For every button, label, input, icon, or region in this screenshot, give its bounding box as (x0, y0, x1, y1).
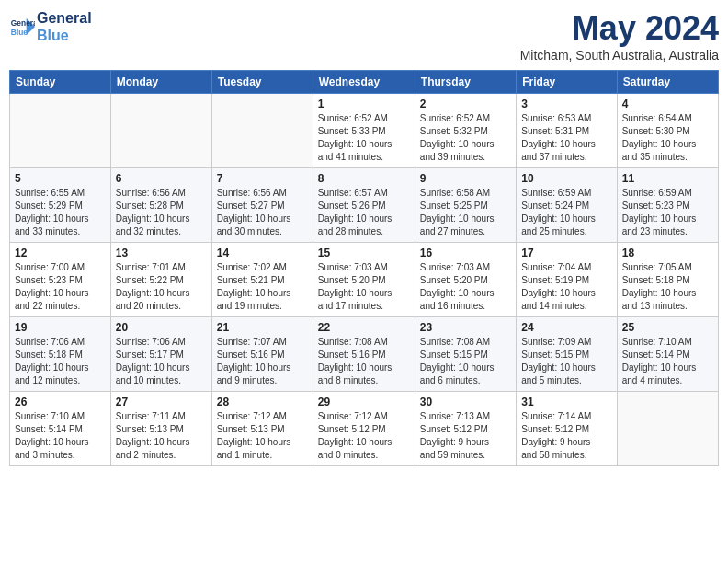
day-number: 17 (521, 247, 611, 259)
day-number: 28 (217, 396, 308, 408)
calendar-week-1: 1Sunrise: 6:52 AM Sunset: 5:33 PM Daylig… (10, 94, 719, 168)
day-info: Sunrise: 7:00 AM Sunset: 5:23 PM Dayligh… (15, 261, 106, 313)
day-info: Sunrise: 7:12 AM Sunset: 5:12 PM Dayligh… (318, 410, 410, 462)
calendar-cell: 17Sunrise: 7:04 AM Sunset: 5:19 PM Dayli… (517, 243, 617, 317)
day-number: 10 (521, 172, 611, 185)
day-number: 19 (15, 321, 106, 334)
day-number: 12 (15, 247, 106, 259)
calendar-cell: 2Sunrise: 6:52 AM Sunset: 5:32 PM Daylig… (415, 94, 516, 168)
page-header: General Blue General Blue May 2024 Mitch… (9, 9, 719, 63)
calendar-cell: 1Sunrise: 6:52 AM Sunset: 5:33 PM Daylig… (313, 94, 415, 168)
day-number: 25 (622, 321, 713, 334)
day-info: Sunrise: 7:13 AM Sunset: 5:12 PM Dayligh… (420, 410, 511, 462)
day-number: 13 (116, 247, 207, 259)
day-info: Sunrise: 7:04 AM Sunset: 5:19 PM Dayligh… (521, 261, 611, 313)
calendar-table: SundayMondayTuesdayWednesdayThursdayFrid… (9, 70, 719, 466)
day-info: Sunrise: 6:57 AM Sunset: 5:26 PM Dayligh… (318, 187, 410, 238)
logo-icon: General Blue (9, 14, 35, 40)
day-info: Sunrise: 6:56 AM Sunset: 5:27 PM Dayligh… (217, 187, 308, 238)
calendar-cell: 25Sunrise: 7:10 AM Sunset: 5:14 PM Dayli… (617, 317, 718, 392)
location: Mitcham, South Australia, Australia (520, 48, 719, 63)
calendar-week-3: 12Sunrise: 7:00 AM Sunset: 5:23 PM Dayli… (10, 243, 719, 317)
calendar-cell: 18Sunrise: 7:05 AM Sunset: 5:18 PM Dayli… (617, 243, 718, 317)
day-info: Sunrise: 6:53 AM Sunset: 5:31 PM Dayligh… (521, 112, 611, 164)
logo: General Blue General Blue (9, 9, 92, 44)
day-number: 7 (217, 172, 308, 185)
calendar-cell: 14Sunrise: 7:02 AM Sunset: 5:21 PM Dayli… (211, 243, 313, 317)
calendar-cell: 30Sunrise: 7:13 AM Sunset: 5:12 PM Dayli… (415, 392, 516, 466)
day-info: Sunrise: 7:03 AM Sunset: 5:20 PM Dayligh… (420, 261, 511, 313)
day-number: 9 (420, 172, 511, 185)
column-header-sunday: Sunday (10, 71, 111, 94)
day-number: 4 (622, 98, 713, 110)
calendar-cell: 26Sunrise: 7:10 AM Sunset: 5:14 PM Dayli… (10, 392, 111, 466)
day-info: Sunrise: 7:12 AM Sunset: 5:13 PM Dayligh… (217, 410, 308, 462)
calendar-cell: 20Sunrise: 7:06 AM Sunset: 5:17 PM Dayli… (110, 317, 211, 392)
calendar-cell: 3Sunrise: 6:53 AM Sunset: 5:31 PM Daylig… (517, 94, 617, 168)
calendar-cell: 23Sunrise: 7:08 AM Sunset: 5:15 PM Dayli… (415, 317, 516, 392)
calendar-header-row: SundayMondayTuesdayWednesdayThursdayFrid… (10, 71, 719, 94)
calendar-cell: 4Sunrise: 6:54 AM Sunset: 5:30 PM Daylig… (617, 94, 718, 168)
day-number: 15 (318, 247, 410, 259)
day-info: Sunrise: 7:03 AM Sunset: 5:20 PM Dayligh… (318, 261, 410, 313)
calendar-cell: 10Sunrise: 6:59 AM Sunset: 5:24 PM Dayli… (517, 168, 617, 243)
day-info: Sunrise: 7:05 AM Sunset: 5:18 PM Dayligh… (622, 261, 713, 313)
calendar-cell: 15Sunrise: 7:03 AM Sunset: 5:20 PM Dayli… (313, 243, 415, 317)
column-header-monday: Monday (110, 71, 211, 94)
day-info: Sunrise: 7:07 AM Sunset: 5:16 PM Dayligh… (217, 336, 308, 387)
calendar-cell: 22Sunrise: 7:08 AM Sunset: 5:16 PM Dayli… (313, 317, 415, 392)
calendar-cell: 31Sunrise: 7:14 AM Sunset: 5:12 PM Dayli… (517, 392, 617, 466)
day-number: 18 (622, 247, 713, 259)
calendar-cell (211, 94, 313, 168)
title-block: May 2024 Mitcham, South Australia, Austr… (520, 9, 719, 63)
calendar-body: 1Sunrise: 6:52 AM Sunset: 5:33 PM Daylig… (10, 94, 719, 466)
day-number: 31 (521, 396, 611, 408)
day-info: Sunrise: 6:58 AM Sunset: 5:25 PM Dayligh… (420, 187, 511, 238)
day-number: 20 (116, 321, 207, 334)
day-info: Sunrise: 7:09 AM Sunset: 5:15 PM Dayligh… (521, 336, 611, 387)
day-info: Sunrise: 7:01 AM Sunset: 5:22 PM Dayligh… (116, 261, 207, 313)
calendar-cell: 21Sunrise: 7:07 AM Sunset: 5:16 PM Dayli… (211, 317, 313, 392)
day-info: Sunrise: 7:08 AM Sunset: 5:15 PM Dayligh… (420, 336, 511, 387)
day-number: 3 (521, 98, 611, 110)
calendar-cell: 12Sunrise: 7:00 AM Sunset: 5:23 PM Dayli… (10, 243, 111, 317)
day-info: Sunrise: 7:10 AM Sunset: 5:14 PM Dayligh… (15, 410, 106, 462)
calendar-cell: 8Sunrise: 6:57 AM Sunset: 5:26 PM Daylig… (313, 168, 415, 243)
svg-text:Blue: Blue (11, 29, 28, 38)
month-title: May 2024 (520, 9, 719, 48)
column-header-wednesday: Wednesday (313, 71, 415, 94)
calendar-cell (10, 94, 111, 168)
day-info: Sunrise: 6:55 AM Sunset: 5:29 PM Dayligh… (15, 187, 106, 238)
calendar-cell: 29Sunrise: 7:12 AM Sunset: 5:12 PM Dayli… (313, 392, 415, 466)
calendar-cell: 24Sunrise: 7:09 AM Sunset: 5:15 PM Dayli… (517, 317, 617, 392)
calendar-week-2: 5Sunrise: 6:55 AM Sunset: 5:29 PM Daylig… (10, 168, 719, 243)
calendar-cell: 28Sunrise: 7:12 AM Sunset: 5:13 PM Dayli… (211, 392, 313, 466)
calendar-cell: 5Sunrise: 6:55 AM Sunset: 5:29 PM Daylig… (10, 168, 111, 243)
day-number: 16 (420, 247, 511, 259)
day-number: 5 (15, 172, 106, 185)
day-number: 22 (318, 321, 410, 334)
svg-text:General: General (11, 18, 35, 28)
calendar-cell: 27Sunrise: 7:11 AM Sunset: 5:13 PM Dayli… (110, 392, 211, 466)
day-number: 24 (521, 321, 611, 334)
day-info: Sunrise: 6:59 AM Sunset: 5:23 PM Dayligh… (622, 187, 713, 238)
calendar-week-4: 19Sunrise: 7:06 AM Sunset: 5:18 PM Dayli… (10, 317, 719, 392)
calendar-week-5: 26Sunrise: 7:10 AM Sunset: 5:14 PM Dayli… (10, 392, 719, 466)
logo-text-line1: General (37, 9, 92, 27)
calendar-cell: 13Sunrise: 7:01 AM Sunset: 5:22 PM Dayli… (110, 243, 211, 317)
day-number: 14 (217, 247, 308, 259)
day-number: 6 (116, 172, 207, 185)
calendar-cell: 9Sunrise: 6:58 AM Sunset: 5:25 PM Daylig… (415, 168, 516, 243)
day-info: Sunrise: 6:56 AM Sunset: 5:28 PM Dayligh… (116, 187, 207, 238)
day-number: 11 (622, 172, 713, 185)
day-info: Sunrise: 7:14 AM Sunset: 5:12 PM Dayligh… (521, 410, 611, 462)
calendar-cell: 7Sunrise: 6:56 AM Sunset: 5:27 PM Daylig… (211, 168, 313, 243)
day-number: 29 (318, 396, 410, 408)
column-header-saturday: Saturday (617, 71, 718, 94)
calendar-cell: 16Sunrise: 7:03 AM Sunset: 5:20 PM Dayli… (415, 243, 516, 317)
day-number: 8 (318, 172, 410, 185)
day-number: 27 (116, 396, 207, 408)
day-number: 30 (420, 396, 511, 408)
day-info: Sunrise: 6:52 AM Sunset: 5:33 PM Dayligh… (318, 112, 410, 164)
calendar-cell (617, 392, 718, 466)
